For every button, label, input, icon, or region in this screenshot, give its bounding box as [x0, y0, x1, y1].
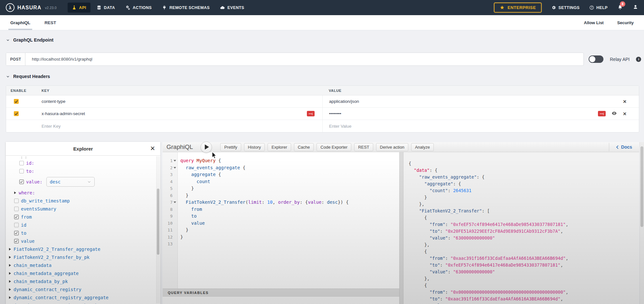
explorer-field-dynamic_contract_registry[interactable]: dynamic_contract_registry	[6, 285, 157, 293]
secret-badge-icon[interactable]: •••|	[598, 111, 606, 116]
explorer-field-id[interactable]: id:	[6, 159, 157, 167]
arrow-right-icon[interactable]	[9, 264, 11, 267]
arrow-right-icon[interactable]	[9, 256, 11, 259]
header-key-input[interactable]: x-hasura-admin-secret	[42, 111, 85, 116]
eye-icon[interactable]	[611, 111, 617, 117]
code-exporter-button[interactable]: Code Exporter	[317, 143, 351, 151]
field-checkbox[interactable]	[19, 169, 24, 173]
arrow-right-icon[interactable]	[9, 272, 11, 275]
hasura-brand[interactable]: λ HASURA v2.23.0	[6, 3, 57, 12]
explorer-field-dynamic_contract_registry_aggregate[interactable]: dynamic_contract_registry_aggregate	[6, 293, 157, 301]
remove-header-icon[interactable]: ✕	[623, 112, 627, 116]
explorer-field-id[interactable]: id	[6, 221, 157, 229]
field-checkbox[interactable]	[19, 161, 24, 165]
field-checkbox[interactable]	[19, 180, 24, 184]
pane-resize-handle[interactable]	[399, 152, 403, 304]
field-checkbox[interactable]	[14, 199, 19, 203]
rest-button[interactable]: REST	[354, 143, 373, 151]
explorer-field-where[interactable]: where:	[6, 189, 157, 197]
field-checkbox[interactable]	[14, 207, 19, 211]
notifications-button[interactable]: 8	[617, 4, 623, 11]
close-icon[interactable]: ✕	[150, 145, 155, 152]
explorer-field-eventsSummary[interactable]: eventsSummary	[6, 205, 157, 213]
prettify-button[interactable]: Prettify	[220, 143, 241, 151]
explorer-field-from[interactable]: from	[6, 213, 157, 221]
remove-header-icon[interactable]: ✕	[623, 99, 627, 104]
nav-item-data[interactable]: DATA	[92, 3, 119, 13]
header-enable-checkbox[interactable]	[14, 111, 19, 116]
code-line[interactable]: }	[180, 227, 399, 234]
history-button[interactable]: History	[244, 143, 265, 151]
execute-query-button[interactable]	[201, 142, 212, 153]
endpoint-section-header[interactable]: GraphQL Endpoint	[6, 37, 53, 43]
fold-icon[interactable]	[174, 201, 176, 203]
response-scrollbar-thumb[interactable]	[640, 146, 643, 227]
nav-item-remote-schemas[interactable]: REMOTE SCHEMAS	[158, 3, 214, 13]
enterprise-button[interactable]: ENTERPRISE	[494, 3, 542, 13]
explorer-field-value[interactable]: value	[6, 237, 157, 245]
nav-item-api[interactable]: API	[68, 3, 90, 13]
code-line[interactable]	[180, 240, 399, 248]
explorer-field-chain_metadata_aggregate[interactable]: chain_metadata_aggregate	[6, 269, 157, 277]
arrow-right-icon[interactable]	[9, 248, 11, 250]
code-line[interactable]: FiatTokenV2_2_Transfer(limit: 10, order_…	[180, 199, 399, 206]
header-value-input[interactable]: ••••••••	[329, 111, 341, 116]
tab-graphiql[interactable]: GraphiQL	[10, 15, 30, 30]
explorer-field-chain_metadata_by_pk[interactable]: chain_metadata_by_pk	[6, 277, 157, 285]
code-line[interactable]: raw_events_aggregate {	[180, 164, 399, 172]
tab-rest[interactable]: REST	[44, 15, 56, 30]
secret-badge-icon[interactable]: •••|	[307, 111, 315, 116]
code-line[interactable]: to	[180, 213, 399, 220]
endpoint-url-input[interactable]: http://localhost:8080/v1/graphql	[25, 53, 583, 65]
arrow-right-icon[interactable]	[9, 296, 11, 299]
field-checkbox[interactable]	[14, 215, 19, 219]
explorer-field-FiatTokenV2_2_Transfer_by_pk[interactable]: FiatTokenV2_2_Transfer_by_pk	[6, 253, 157, 261]
query-variables-editor[interactable]	[163, 297, 399, 304]
header-enable-checkbox[interactable]	[14, 99, 19, 104]
nav-item-events[interactable]: EVENTS	[216, 3, 248, 13]
explorer-field-chain_metadata[interactable]: chain_metadata	[6, 261, 157, 269]
response-scrollbar-track[interactable]	[639, 142, 644, 304]
info-icon[interactable]: i	[636, 57, 641, 62]
relay-api-toggle[interactable]	[589, 55, 603, 63]
headers-section-header[interactable]: Request Headers	[6, 74, 50, 79]
explorer-scrollbar-thumb[interactable]	[157, 189, 159, 255]
code-line[interactable]: }	[180, 234, 399, 241]
help-button[interactable]: HELP	[589, 5, 608, 10]
user-menu-button[interactable]	[633, 4, 638, 11]
new-value-input[interactable]: Enter Value	[329, 124, 352, 129]
code-line[interactable]: aggregate {	[180, 171, 399, 178]
cache-button[interactable]: Cache	[294, 143, 314, 151]
settings-button[interactable]: SETTINGS	[551, 5, 580, 10]
derive-action-button[interactable]: Derive action	[376, 143, 408, 151]
fold-icon[interactable]	[174, 167, 176, 169]
code-line[interactable]: value	[180, 220, 399, 227]
nav-item-actions[interactable]: ACTIONS	[121, 3, 156, 13]
arrow-right-icon[interactable]	[9, 280, 11, 283]
header-value-input[interactable]: application/json	[329, 99, 359, 104]
explorer-field-to[interactable]: to:	[6, 167, 157, 175]
code-line[interactable]: }	[180, 192, 399, 199]
code-line[interactable]: count	[180, 178, 399, 185]
field-checkbox[interactable]	[14, 231, 19, 235]
field-checkbox[interactable]	[14, 223, 19, 227]
code-line[interactable]: from	[180, 206, 399, 213]
query-variables-bar[interactable]: QUERY VARIABLES	[163, 289, 399, 297]
docs-button[interactable]: Docs	[609, 143, 635, 151]
field-checkbox[interactable]	[14, 239, 19, 243]
code-line[interactable]: }	[180, 185, 399, 192]
new-key-input[interactable]: Enter Key	[42, 124, 61, 129]
explorer-button[interactable]: Explorer	[268, 143, 291, 151]
code-line[interactable]: query MyQuery {	[180, 157, 399, 164]
explorer-field-FiatTokenV2_2_Transfer_aggregate[interactable]: FiatTokenV2_2_Transfer_aggregate	[6, 245, 157, 253]
explorer-field-to[interactable]: to	[6, 229, 157, 237]
fold-icon[interactable]	[174, 160, 176, 162]
arrow-right-icon[interactable]	[14, 191, 16, 194]
query-editor[interactable]: 12345678910111213 query MyQuery { raw_ev…	[163, 152, 399, 304]
link-allow-list[interactable]: Allow List	[584, 20, 603, 25]
link-security[interactable]: Security	[617, 20, 634, 25]
explorer-field-dynamic_contract_registry_by_pk[interactable]: dynamic_contract_registry_by_pk	[6, 301, 157, 304]
explorer-field-db_write_timestamp[interactable]: db_write_timestamp	[6, 197, 157, 205]
analyze-button[interactable]: Analyze	[411, 143, 434, 151]
explorer-field-value[interactable]: value:desc	[6, 175, 157, 189]
